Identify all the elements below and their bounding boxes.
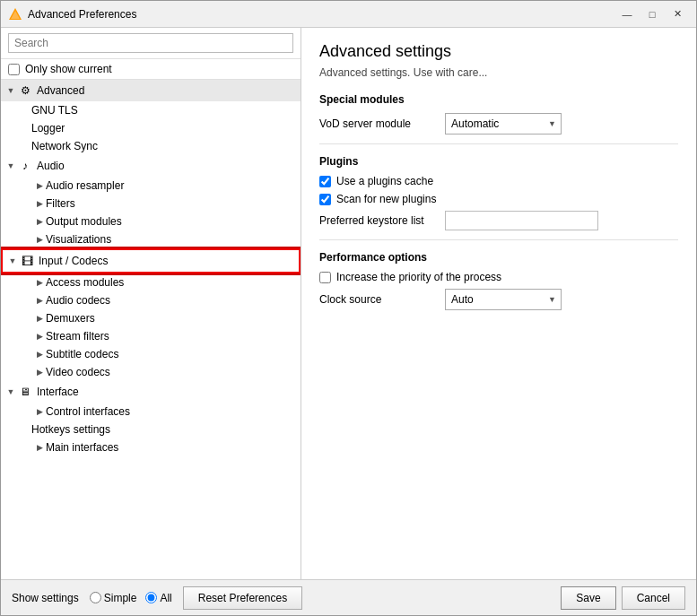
simple-radio-item[interactable]: Simple	[90, 592, 137, 604]
tree-item-hotkeys[interactable]: Hotkeys settings	[15, 421, 301, 438]
tree-label: Audio	[37, 160, 65, 172]
tree-item-main-interfaces[interactable]: ▶ Main interfaces	[30, 438, 301, 456]
tree-item-subtitle-codecs[interactable]: ▶ Subtitle codecs	[30, 345, 301, 363]
expand-icon: ▶	[33, 276, 46, 289]
tree-label: Demuxers	[46, 312, 95, 325]
tree-container: ▼ ⚙ Advanced GNU TLS Logger Network Sync	[1, 80, 301, 579]
bottom-left: Show settings Simple All Reset Preferenc…	[12, 586, 302, 610]
window-title: Advanced Preferences	[28, 8, 615, 21]
tree-item-network-sync[interactable]: Network Sync	[15, 137, 301, 155]
right-panel: Advanced settings Advanced settings. Use…	[301, 28, 696, 579]
expand-icon: ▶	[33, 294, 46, 307]
tree-item-interface[interactable]: ▼ 🖥 Interface	[1, 381, 301, 403]
film-icon: 🎞	[19, 253, 35, 269]
settings-subtitle: Advanced settings. Use with care...	[319, 66, 678, 79]
vod-label: VoD server module	[319, 117, 445, 130]
vod-select[interactable]: Automatic None Custom	[445, 113, 562, 134]
tree-item-video-codecs[interactable]: ▶ Video codecs	[30, 363, 301, 381]
divider-2	[319, 239, 678, 240]
section-special-modules: Special modules	[319, 93, 678, 106]
expand-icon-input-codecs: ▼	[6, 255, 19, 267]
expand-icon: ▶	[33, 366, 46, 378]
expand-icon: ▶	[33, 233, 46, 246]
expand-icon-advanced: ▼	[4, 84, 17, 97]
keystore-input[interactable]	[445, 211, 598, 230]
main-window: Advanced Preferences — □ ✕ Only show cur…	[0, 0, 697, 616]
clock-label: Clock source	[319, 293, 445, 306]
save-button[interactable]: Save	[561, 586, 615, 610]
minimize-button[interactable]: —	[615, 5, 639, 23]
maximize-button[interactable]: □	[640, 5, 664, 23]
simple-radio[interactable]	[90, 592, 101, 603]
expand-icon: ▶	[33, 330, 46, 343]
tree-item-access-modules[interactable]: ▶ Access modules	[30, 273, 301, 291]
tree-item-audio-resampler[interactable]: ▶ Audio resampler	[30, 177, 301, 195]
simple-radio-label: Simple	[104, 592, 137, 604]
tree-label: Input / Codecs	[39, 255, 108, 267]
close-button[interactable]: ✕	[666, 5, 689, 23]
tree-label: Main interfaces	[46, 441, 118, 454]
show-settings-label: Show settings	[12, 592, 79, 604]
radio-group: Simple All	[90, 592, 172, 604]
tree-item-audio-codecs[interactable]: ▶ Audio codecs	[30, 291, 301, 309]
expand-icon: ▶	[33, 441, 46, 454]
all-radio-item[interactable]: All	[145, 592, 171, 604]
tree-item-advanced[interactable]: ▼ ⚙ Advanced	[1, 80, 301, 101]
tree-item-gnu-tls[interactable]: GNU TLS	[15, 101, 301, 119]
expand-icon-audio: ▼	[4, 160, 17, 172]
tree-item-input-codecs[interactable]: ▼ 🎞 Input / Codecs	[1, 248, 301, 273]
tree-label: Control interfaces	[46, 405, 130, 418]
main-content: Only show current ▼ ⚙ Advanced GNU TLS L…	[1, 28, 696, 579]
tree-label: Logger	[31, 122, 65, 134]
expand-icon: ▶	[33, 405, 46, 418]
vod-row: VoD server module Automatic None Custom	[319, 113, 678, 134]
tree-item-demuxers[interactable]: ▶ Demuxers	[30, 309, 301, 327]
only-current-row: Only show current	[1, 59, 301, 80]
clock-select-wrapper: Auto System Monotonic	[445, 289, 562, 310]
use-cache-row: Use a plugins cache	[319, 175, 678, 187]
tree-label: Audio codecs	[46, 294, 110, 307]
bottom-right: Save Cancel	[561, 586, 685, 610]
tree-label: Hotkeys settings	[31, 423, 110, 436]
vod-select-wrapper: Automatic None Custom	[445, 113, 562, 134]
tree-item-control-interfaces[interactable]: ▶ Control interfaces	[30, 403, 301, 421]
reset-preferences-button[interactable]: Reset Preferences	[183, 586, 302, 610]
tree-item-visualizations[interactable]: ▶ Visualizations	[30, 230, 301, 248]
scan-plugins-row: Scan for new plugins	[319, 193, 678, 205]
tree-label: Audio resampler	[46, 179, 124, 192]
left-panel: Only show current ▼ ⚙ Advanced GNU TLS L…	[1, 28, 301, 579]
expand-icon	[19, 140, 31, 152]
tree-item-logger[interactable]: Logger	[15, 119, 301, 137]
title-bar: Advanced Preferences — □ ✕	[1, 1, 696, 28]
section-performance: Performance options	[319, 251, 678, 264]
all-radio[interactable]	[145, 592, 157, 603]
tree-item-filters[interactable]: ▶ Filters	[30, 195, 301, 213]
expand-icon: ▶	[33, 348, 46, 360]
priority-checkbox[interactable]	[319, 272, 331, 283]
clock-select[interactable]: Auto System Monotonic	[445, 289, 562, 310]
use-cache-checkbox[interactable]	[319, 176, 331, 187]
bottom-bar: Show settings Simple All Reset Preferenc…	[1, 579, 696, 615]
expand-icon-interface: ▼	[4, 386, 17, 398]
tree-item-output-modules[interactable]: ▶ Output modules	[30, 213, 301, 230]
tree-label: Stream filters	[46, 330, 109, 343]
priority-row: Increase the priority of the process	[319, 271, 678, 283]
keystore-label: Preferred keystore list	[319, 214, 445, 227]
search-input[interactable]	[8, 33, 293, 53]
settings-title: Advanced settings	[319, 42, 678, 61]
priority-label: Increase the priority of the process	[336, 271, 501, 283]
only-current-checkbox[interactable]	[8, 64, 20, 75]
tree-label: Network Sync	[31, 140, 98, 152]
tree-label: Output modules	[46, 215, 122, 228]
cancel-button[interactable]: Cancel	[622, 586, 685, 610]
tree-item-stream-filters[interactable]: ▶ Stream filters	[30, 327, 301, 345]
clock-row: Clock source Auto System Monotonic	[319, 289, 678, 310]
use-cache-label: Use a plugins cache	[336, 175, 433, 187]
gear-icon: ⚙	[17, 82, 33, 99]
tree-item-audio[interactable]: ▼ ♪ Audio	[1, 155, 301, 177]
scan-plugins-checkbox[interactable]	[319, 194, 331, 205]
keystore-row: Preferred keystore list	[319, 211, 678, 230]
expand-icon: ▶	[33, 179, 46, 192]
tree-label: GNU TLS	[31, 104, 78, 117]
expand-icon: ▶	[33, 197, 46, 210]
